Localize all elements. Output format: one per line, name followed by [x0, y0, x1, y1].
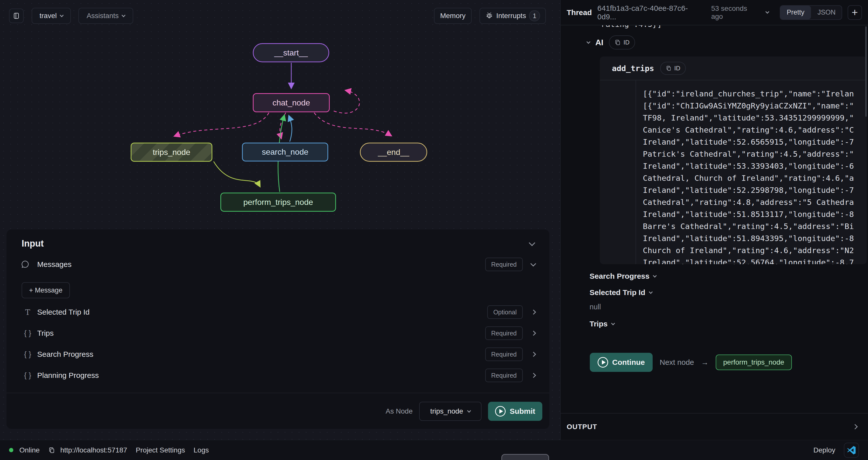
field-row-trips[interactable]: { } Trips Required: [6, 325, 549, 341]
chevron-down-icon: [611, 321, 615, 325]
field-label: Selected Trip Id: [37, 308, 90, 316]
output-label: OUTPUT: [567, 423, 597, 431]
field-row-planning-progress[interactable]: { } Planning Progress Required: [6, 367, 549, 384]
node-label: Calculator: [509, 459, 541, 460]
graph-node-calculator[interactable]: Calculator: [501, 454, 549, 460]
submit-label: Submit: [509, 407, 535, 416]
thread-id[interactable]: 641fb1a3-ca7c-40ee-87c6-0d9...: [597, 4, 706, 21]
node-label: __start__: [274, 48, 308, 58]
divider: [6, 393, 549, 393]
online-status-label: Online: [19, 446, 40, 454]
chevron-down-icon: [649, 290, 653, 294]
input-panel: Input Messages Required + Message T Sele…: [6, 230, 549, 429]
continue-button[interactable]: Continue: [590, 353, 653, 372]
code-line: Church of Ireland","rating":4.6,"address…: [643, 244, 864, 256]
new-thread-button[interactable]: +: [848, 5, 862, 20]
tool-call-name: add_trips: [612, 64, 654, 73]
graph-node-perform-trips[interactable]: perform_trips_node: [220, 193, 336, 212]
status-bar: Online http://localhost:57187 Project Se…: [0, 440, 868, 460]
collapse-input-chevron-icon[interactable]: [529, 239, 535, 246]
graph-node-start[interactable]: __start__: [253, 43, 329, 62]
input-panel-title: Input: [22, 238, 44, 249]
server-url[interactable]: http://localhost:57187: [60, 446, 127, 454]
graph-node-search[interactable]: search_node: [242, 143, 328, 161]
node-label: chat_node: [272, 98, 310, 107]
graph-select-dropdown[interactable]: travel: [32, 8, 71, 24]
chevron-down-icon: [60, 13, 64, 17]
messages-field-row[interactable]: Messages Required: [6, 256, 549, 273]
messages-label: Messages: [37, 260, 72, 269]
code-line: Ireland","latitude":52.2598798,"longitud…: [643, 184, 864, 196]
view-mode-json[interactable]: JSON: [811, 6, 842, 19]
graph-node-chat[interactable]: chat_node: [253, 93, 330, 112]
field-label: Planning Progress: [37, 371, 99, 380]
id-badge-label: ID: [623, 39, 629, 46]
as-node-label: As Node: [386, 407, 413, 415]
interrupts-label: Interrupts: [496, 12, 526, 20]
bug-icon: [485, 12, 493, 20]
copy-id-button[interactable]: ID: [660, 62, 686, 75]
field-row-search-progress[interactable]: { } Search Progress Required: [6, 346, 549, 363]
code-line: Cathedral","rating":4.8,"address":"5 Cat…: [643, 196, 864, 208]
continue-label: Continue: [612, 358, 645, 367]
logs-link[interactable]: Logs: [193, 446, 209, 454]
deploy-link[interactable]: Deploy: [813, 446, 835, 454]
view-mode-pretty[interactable]: Pretty: [780, 6, 811, 19]
memory-button[interactable]: Memory: [434, 8, 472, 24]
thread-panel: rating":4.5}] Thread 641fb1a3-ca7c-40ee-…: [560, 0, 868, 440]
tool-call-json-viewer[interactable]: [{"id":"ireland_churches_trip","name":"I…: [643, 88, 864, 264]
section-label: Search Progress: [590, 272, 649, 281]
project-settings-link[interactable]: Project Settings: [136, 446, 185, 454]
thread-select-chevron-icon[interactable]: [765, 10, 769, 14]
assistants-dropdown[interactable]: Assistants: [79, 8, 133, 24]
section-search-progress[interactable]: Search Progress: [590, 271, 656, 282]
scrollbar-thumb[interactable]: [865, 26, 867, 117]
graph-node-trips[interactable]: trips_node: [131, 143, 212, 162]
field-row-selected-trip-id[interactable]: T Selected Trip Id Optional: [6, 304, 549, 320]
collapse-ai-chevron-icon[interactable]: [587, 40, 591, 44]
expand-field-chevron-icon[interactable]: [531, 331, 536, 336]
play-icon: [598, 357, 608, 368]
chevron-down-icon: [467, 408, 471, 413]
id-badge-label: ID: [674, 65, 680, 72]
interrupts-button[interactable]: Interrupts 1: [479, 8, 546, 24]
field-label: Trips: [37, 329, 54, 337]
graph-node-end[interactable]: __end__: [360, 143, 427, 162]
braces-icon: { }: [21, 329, 35, 337]
field-label: Search Progress: [37, 350, 93, 359]
add-message-button[interactable]: + Message: [22, 282, 70, 298]
code-line: Ireland","latitude":51.8513117,"longitud…: [643, 208, 864, 220]
code-line: [{"id":"ireland_churches_trip","name":"I…: [643, 88, 864, 100]
copy-id-button[interactable]: ID: [609, 35, 635, 50]
section-trips[interactable]: Trips: [590, 318, 614, 329]
view-mode-toggle: Pretty JSON: [780, 5, 842, 20]
braces-icon: { }: [21, 371, 35, 380]
sidebar-toggle-button[interactable]: [9, 8, 24, 23]
code-line: Canice's Cathedral","rating":4.6,"addres…: [643, 124, 864, 136]
next-node-label: Next node: [660, 358, 694, 367]
output-section-header[interactable]: OUTPUT: [561, 414, 868, 440]
as-node-dropdown[interactable]: trips_node: [419, 402, 482, 421]
submit-button[interactable]: Submit: [488, 402, 542, 421]
expand-field-chevron-icon[interactable]: [531, 352, 536, 357]
code-line: Cathedral, Church of Ireland","rating":4…: [643, 172, 864, 184]
expand-field-chevron-icon[interactable]: [531, 309, 536, 315]
section-selected-trip-id[interactable]: Selected Trip Id: [590, 287, 652, 298]
code-line: Patrick's Cathedral","rating":4.5,"addre…: [643, 148, 864, 160]
required-badge: Required: [485, 369, 523, 382]
code-line: Ireland","latitude":53.3393403,"longitud…: [643, 160, 864, 172]
copy-url-icon[interactable]: [48, 447, 55, 454]
divider: [636, 80, 636, 264]
required-badge: Required: [485, 258, 523, 271]
next-node-tag: perform_trips_node: [716, 355, 792, 370]
vscode-button[interactable]: [844, 443, 859, 458]
section-label: Trips: [590, 320, 608, 328]
expand-output-chevron-icon: [852, 424, 858, 429]
interrupts-count-badge: 1: [529, 10, 540, 21]
node-label: search_node: [262, 147, 308, 157]
code-line: Barre's Cathedral","rating":4.5,"address…: [643, 220, 864, 232]
expand-messages-chevron-icon[interactable]: [530, 261, 536, 267]
expand-field-chevron-icon[interactable]: [531, 373, 536, 378]
code-line: Ireland","latitude":52.56764,"longitude"…: [643, 256, 864, 264]
message-bubble-icon: [21, 260, 35, 269]
